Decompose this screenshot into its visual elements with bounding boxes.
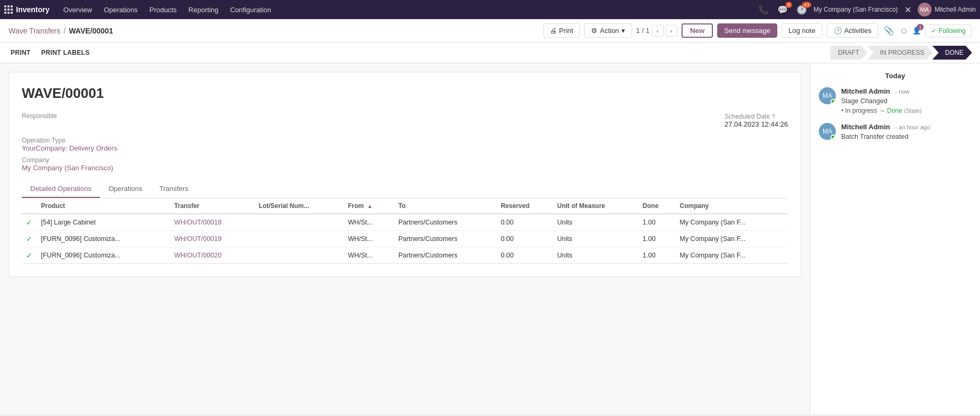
user-avatar: MA — [918, 3, 932, 16]
print-button[interactable]: 🖨 Print — [543, 23, 580, 38]
col-transfer[interactable]: Transfer — [170, 198, 254, 214]
nav-item-operations[interactable]: Operations — [98, 4, 143, 16]
table-row[interactable]: ✓ [FURN_0096] Customiza... WH/OUT/00020 … — [22, 247, 788, 264]
pager: 1 / 1 ‹ › — [636, 25, 677, 37]
col-from[interactable]: From ▲ — [344, 198, 394, 214]
chatter-heading: Stage Changed — [841, 97, 971, 105]
following-button[interactable]: ✓ Following — [925, 24, 971, 37]
row-transfer[interactable]: WH/OUT/00020 — [170, 247, 254, 264]
scheduled-date-field: Scheduled Date ? 27.04.2023 12:44:26 — [725, 112, 788, 128]
activities-button[interactable]: 🕐 Activities — [827, 23, 878, 38]
chatter-avatar: MA — [819, 87, 836, 104]
messages-icon[interactable]: 💬 8 — [775, 4, 790, 16]
nav-item-reporting[interactable]: Reporting — [183, 4, 223, 16]
row-company: My Company (San F... — [675, 231, 788, 247]
chatter-body: Mitchell Admin - an hour ago Batch Trans… — [841, 123, 971, 140]
tab-transfers[interactable]: Transfers — [151, 180, 197, 198]
pager-text: 1 / 1 — [636, 27, 650, 35]
company-label: Company — [22, 156, 788, 164]
col-check — [22, 198, 37, 214]
row-transfer[interactable]: WH/OUT/00018 — [170, 214, 254, 231]
breadcrumb-current: WAVE/00001 — [69, 27, 113, 35]
clock-icon[interactable]: 🕐 43 — [794, 4, 809, 16]
col-unit[interactable]: Unit of Measure — [553, 198, 638, 214]
breadcrumb-parent[interactable]: Wave Transfers — [9, 27, 61, 35]
form-area: WAVE/00001 Responsible Scheduled Date ? … — [0, 63, 810, 414]
form-title: WAVE/00001 — [22, 85, 788, 102]
print-labels-action-button[interactable]: PRINT LABELS — [39, 48, 92, 57]
pipeline-step-done[interactable]: DONE — [932, 46, 972, 60]
chatter-entry: MA Mitchell Admin - an hour ago Batch Tr… — [819, 123, 971, 140]
nav-item-products[interactable]: Products — [144, 4, 182, 16]
change-state-label: (State) — [904, 107, 921, 114]
messages-badge: 8 — [785, 2, 792, 8]
row-company: My Company (San F... — [675, 214, 788, 231]
pipeline-step-draft[interactable]: DRAFT — [830, 46, 868, 60]
row-done: 1.00 — [638, 214, 676, 231]
table-row[interactable]: ✓ [54] Large Cabinet WH/OUT/00018 WH/St.… — [22, 214, 788, 231]
row-lot — [254, 247, 344, 264]
status-pipeline: DRAFT IN PROGRESS DONE — [830, 46, 971, 60]
row-unit: Units — [553, 247, 638, 264]
row-company: My Company (San F... — [675, 247, 788, 264]
responsible-label: Responsible — [22, 112, 57, 120]
nav-item-overview[interactable]: Overview — [58, 4, 97, 16]
row-transfer[interactable]: WH/OUT/00019 — [170, 231, 254, 247]
col-product[interactable]: Product — [37, 198, 170, 214]
table-row[interactable]: ✓ [FURN_0096] Customiza... WH/OUT/00019 … — [22, 231, 788, 247]
chatter-time: - an hour ago — [895, 124, 930, 130]
attachment-icon[interactable]: 📎 — [883, 24, 895, 37]
pager-prev-button[interactable]: ‹ — [652, 25, 663, 37]
chatter-entry: MA Mitchell Admin - now Stage Changed • … — [819, 87, 971, 114]
tab-detailed-operations[interactable]: Detailed Operations — [22, 180, 100, 198]
print-action-button[interactable]: PRINT — [9, 48, 33, 57]
col-to[interactable]: To — [394, 198, 497, 214]
row-from: WH/St... — [344, 231, 394, 247]
nav-left: Inventory Overview Operations Products R… — [4, 4, 756, 16]
nav-right: 📞 💬 8 🕐 43 My Company (San Francisco) ✕ … — [756, 3, 976, 16]
row-to: Partners/Customers — [394, 247, 497, 264]
scheduled-date-value: 27.04.2023 12:44:26 — [725, 120, 788, 128]
log-note-button[interactable]: Log note — [782, 23, 823, 38]
send-message-button[interactable]: Send message — [717, 23, 777, 38]
action-button[interactable]: ⚙ Action ▾ — [584, 23, 632, 38]
check-icon: ✓ — [26, 218, 32, 227]
pipeline-step-in-progress[interactable]: IN PROGRESS — [867, 46, 933, 60]
row-reserved: 0.00 — [496, 247, 553, 264]
breadcrumb: Wave Transfers / WAVE/00001 — [9, 27, 113, 35]
col-reserved[interactable]: Reserved — [496, 198, 553, 214]
settings-icon[interactable]: ✕ — [902, 4, 913, 16]
nav-brand[interactable]: Inventory — [4, 5, 49, 14]
operation-type-value[interactable]: YourCompany: Delivery Orders — [22, 144, 117, 152]
scheduled-date-label: Scheduled Date — [725, 113, 770, 120]
operation-type-label: Operation Type — [22, 137, 117, 144]
col-company[interactable]: Company — [675, 198, 788, 214]
clock-badge: 43 — [802, 2, 811, 8]
online-dot — [830, 99, 836, 104]
breadcrumb-actions: 🖨 Print ⚙ Action ▾ 1 / 1 ‹ › New Send me… — [543, 23, 971, 38]
nav-user[interactable]: MA Mitchell Admin — [918, 3, 976, 16]
scheduled-date-help-icon: ? — [772, 113, 775, 120]
col-done[interactable]: Done — [638, 198, 676, 214]
followers-button[interactable]: 👤 1 — [912, 27, 921, 35]
new-button[interactable]: New — [682, 23, 713, 38]
row-unit: Units — [553, 214, 638, 231]
tab-operations[interactable]: Operations — [100, 180, 151, 198]
chatter-today: Today — [819, 72, 971, 80]
row-lot — [254, 214, 344, 231]
company-value[interactable]: My Company (San Francisco) — [22, 164, 788, 172]
tabs: Detailed Operations Operations Transfers — [22, 180, 788, 198]
row-lot — [254, 231, 344, 247]
brand-label[interactable]: Inventory — [16, 5, 49, 14]
sidebar-icons: 📎 ☺ 👤 1 — [883, 24, 921, 37]
from-sort-icon: ▲ — [367, 203, 372, 209]
company-field: Company My Company (San Francisco) — [22, 156, 788, 172]
pager-next-button[interactable]: › — [666, 25, 677, 37]
smile-icon[interactable]: ☺ — [899, 25, 909, 37]
apps-icon[interactable] — [4, 5, 13, 14]
phone-icon[interactable]: 📞 — [756, 4, 771, 16]
nav-company: My Company (San Francisco) — [813, 6, 898, 13]
col-lot[interactable]: Lot/Serial Num... — [254, 198, 344, 214]
chatter-author: Mitchell Admin — [841, 87, 890, 95]
nav-item-configuration[interactable]: Configuration — [225, 4, 276, 16]
